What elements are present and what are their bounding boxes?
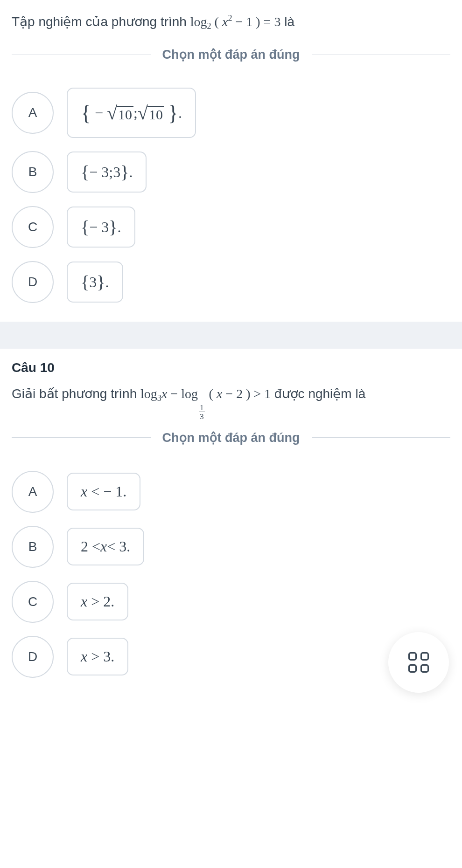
option-content: x > 2. — [67, 583, 128, 620]
question-1-prompt: Tập nghiệm của phương trình log2 ( x2 − … — [12, 12, 450, 33]
option-content: x > 3. — [67, 638, 128, 675]
divider-text-2: Chọn một đáp án đúng — [151, 430, 312, 445]
q2-option-d[interactable]: D x > 3. — [12, 636, 450, 678]
option-letter: C — [12, 206, 54, 248]
divider-line — [12, 437, 151, 438]
option-letter: B — [12, 526, 54, 568]
divider-text-1: Chọn một đáp án đúng — [151, 47, 312, 62]
divider-line — [12, 55, 151, 55]
q2-option-c[interactable]: C x > 2. — [12, 581, 450, 623]
option-content: { 3 } . — [67, 262, 123, 303]
option-content: { − √10 ; √10 } . — [67, 88, 196, 138]
divider-2: Chọn một đáp án đúng — [12, 430, 450, 445]
option-letter: C — [12, 581, 54, 623]
q1-prompt-prefix: Tập nghiệm của phương trình — [12, 14, 190, 29]
option-content: 2 < x < 3. — [67, 528, 144, 565]
q1-option-c[interactable]: C { − 3 } . — [12, 206, 450, 248]
grid-icon — [408, 652, 429, 673]
q2-option-b[interactable]: B 2 < x < 3. — [12, 526, 450, 568]
option-content: { − 3 } . — [67, 207, 135, 248]
question-block-1: Tập nghiệm của phương trình log2 ( x2 − … — [0, 0, 462, 322]
option-letter: A — [12, 92, 54, 134]
grid-menu-button[interactable] — [388, 632, 449, 693]
question-block-2: Câu 10 Giải bất phương trình log3x − log… — [0, 349, 462, 705]
divider-1: Chọn một đáp án đúng — [12, 47, 450, 62]
q1-option-a[interactable]: A { − √10 ; √10 } . — [12, 88, 450, 138]
option-letter: A — [12, 471, 54, 513]
q2-option-a[interactable]: A x < − 1. — [12, 471, 450, 513]
q1-prompt-math: log2 ( x2 − 1 ) = 3 — [190, 14, 281, 29]
divider-line — [312, 55, 451, 55]
question-2-title: Câu 10 — [12, 360, 450, 375]
q1-options: A { − √10 ; √10 } . B { − 3 ; 3 } . C { … — [12, 88, 450, 303]
option-letter: D — [12, 261, 54, 303]
q2-prompt-prefix: Giải bất phương trình — [12, 386, 140, 401]
section-gap — [0, 322, 462, 349]
divider-line — [312, 437, 451, 438]
q2-prompt-suffix: được nghiệm là — [271, 386, 365, 401]
option-letter: B — [12, 151, 54, 193]
option-letter: D — [12, 636, 54, 678]
option-content: { − 3 ; 3 } . — [67, 152, 147, 193]
q1-prompt-suffix: là — [280, 14, 294, 29]
q2-prompt-math: log3x − log13 ( x − 2 ) > 1 — [140, 386, 271, 401]
q1-option-b[interactable]: B { − 3 ; 3 } . — [12, 151, 450, 193]
q1-option-d[interactable]: D { 3 } . — [12, 261, 450, 303]
q2-options: A x < − 1. B 2 < x < 3. C x > 2. D x > 3… — [12, 471, 450, 678]
option-content: x < − 1. — [67, 473, 140, 510]
question-2-prompt: Giải bất phương trình log3x − log13 ( x … — [12, 384, 450, 416]
